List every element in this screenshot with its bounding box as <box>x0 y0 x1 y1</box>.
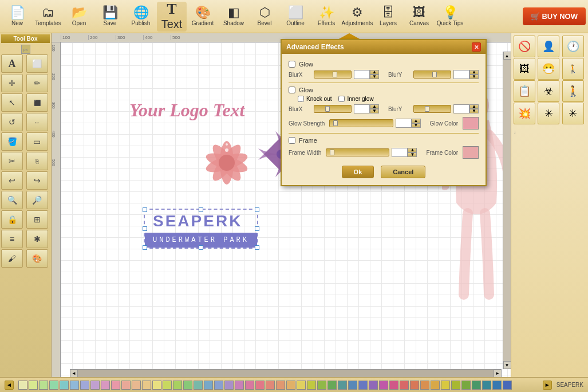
palette-swatch[interactable] <box>80 381 89 390</box>
toolbar-publish[interactable]: 🌐 Publish <box>126 2 156 32</box>
toolbar-shadow[interactable]: ◧ Shadow <box>219 2 248 32</box>
blury-slider-1[interactable] <box>413 70 451 79</box>
glow-strength-slider[interactable] <box>329 119 393 127</box>
palette-swatch[interactable] <box>338 381 347 390</box>
handle-tr[interactable] <box>255 207 259 212</box>
rp-icon-9[interactable]: 🚶 <box>562 80 584 102</box>
handle-mr[interactable] <box>255 226 259 231</box>
palette-swatch[interactable] <box>286 381 295 390</box>
blury-slider-2[interactable] <box>413 105 451 113</box>
palette-swatch[interactable] <box>503 381 512 390</box>
palette-swatch[interactable] <box>60 381 69 390</box>
tool-move[interactable]: ✛ <box>1 74 23 92</box>
blurx-slider-1[interactable] <box>314 70 352 79</box>
frame-checkbox[interactable] <box>289 137 295 144</box>
palette-swatch[interactable] <box>49 381 58 390</box>
tool-brush[interactable]: 🖌 <box>1 249 23 268</box>
scroll-h-track[interactable] <box>78 370 494 378</box>
blury-input-2[interactable]: 5 <box>453 104 469 113</box>
handle-tm[interactable] <box>199 207 203 212</box>
tool-cursor[interactable]: ↖ <box>1 93 23 112</box>
palette-swatch[interactable] <box>163 381 172 390</box>
toolbar-effects[interactable]: ✨ Effects <box>311 2 341 32</box>
rp-icon-7[interactable]: 📋 <box>514 80 535 102</box>
palette-swatch[interactable] <box>29 381 38 390</box>
scroll-left-btn[interactable]: ◄ <box>70 370 78 378</box>
tool-undo[interactable]: ↩ <box>1 171 23 190</box>
palette-swatch[interactable] <box>420 381 429 390</box>
horizontal-scrollbar[interactable]: ◄ ► <box>70 369 502 377</box>
tool-copy[interactable]: ⎘ <box>26 152 48 170</box>
tool-align[interactable]: ≡ <box>1 230 23 248</box>
tool-text[interactable]: A <box>1 54 23 73</box>
toolbar-text[interactable]: T Text <box>157 2 187 32</box>
palette-swatch[interactable] <box>183 381 192 390</box>
rp-icon-3[interactable]: 🕐 <box>562 36 584 57</box>
tool-effects2[interactable]: ✱ <box>26 230 48 248</box>
tool-grid[interactable]: ⊞ <box>26 210 48 229</box>
rp-icon-10[interactable]: 💥 <box>514 103 535 124</box>
tool-pencil[interactable]: ✏ <box>26 74 48 92</box>
palette-swatch[interactable] <box>121 381 131 390</box>
palette-swatch[interactable] <box>214 381 223 390</box>
vertical-scrollbar[interactable]: ▲ ▼ <box>503 52 511 369</box>
rp-icon-5[interactable]: 😷 <box>538 58 559 80</box>
palette-swatch[interactable] <box>204 381 213 390</box>
palette-swatch[interactable] <box>266 381 275 390</box>
blurx-slider-2[interactable] <box>314 105 352 113</box>
tool-flip[interactable]: ↔ <box>26 113 48 131</box>
tool-select[interactable]: ⬜ <box>26 54 48 73</box>
knockout-checkbox[interactable] <box>298 96 304 102</box>
rp-icon-6[interactable]: 🚶 <box>562 58 584 80</box>
palette-swatch[interactable] <box>400 381 409 390</box>
palette-swatch[interactable] <box>492 381 502 390</box>
frame-width-down[interactable]: ▼ <box>408 152 417 157</box>
scroll-down-btn[interactable]: ▼ <box>503 361 511 369</box>
palette-swatch[interactable] <box>461 381 471 390</box>
toolbar-gradient[interactable]: 🎨 Gradient <box>188 2 218 32</box>
palette-swatch[interactable] <box>276 381 285 390</box>
toolbar-new[interactable]: 📄 New <box>2 2 32 32</box>
palette-swatch[interactable] <box>451 381 460 390</box>
tool-zoom-out[interactable]: 🔎 <box>26 191 48 209</box>
glow-checkbox-2[interactable] <box>289 87 295 93</box>
rp-icon-1[interactable]: 🚫 <box>514 36 535 57</box>
inner-glow-checkbox[interactable] <box>338 96 345 102</box>
tool-fill[interactable]: 🪣 <box>1 132 23 151</box>
palette-right-arrow[interactable]: ► <box>543 381 552 390</box>
ok-button[interactable]: Ok <box>342 166 374 178</box>
frame-color-swatch[interactable] <box>463 146 479 159</box>
palette-swatch[interactable] <box>297 381 306 390</box>
palette-swatch[interactable] <box>472 381 481 390</box>
palette-swatch[interactable] <box>90 381 100 390</box>
toolbar-outline[interactable]: ⬜ Outline <box>281 2 310 32</box>
blury-input-1[interactable]: 0 <box>453 70 469 79</box>
toolbar-templates[interactable]: 🗂 Templates <box>33 2 63 32</box>
palette-swatch[interactable] <box>379 381 388 390</box>
glow-checkbox-1[interactable] <box>289 61 295 68</box>
glow-strength-input[interactable]: 0 <box>396 119 412 128</box>
palette-swatch[interactable] <box>70 381 79 390</box>
palette-swatch[interactable] <box>39 381 48 390</box>
toolbar-save[interactable]: 💾 Save <box>95 2 125 32</box>
toolbar-open[interactable]: 📂 Open <box>64 2 94 32</box>
palette-swatch[interactable] <box>152 381 161 390</box>
rp-icon-2[interactable]: 👤 <box>538 36 559 57</box>
rp-icon-11[interactable]: ✳ <box>538 103 559 124</box>
frame-width-input[interactable]: 1 <box>392 148 408 157</box>
palette-swatch[interactable] <box>369 381 378 390</box>
scroll-up-btn[interactable]: ▲ <box>503 52 511 60</box>
tool-redo[interactable]: ↪ <box>26 171 48 190</box>
glow-color-swatch[interactable] <box>463 117 479 130</box>
handle-tl[interactable] <box>143 207 147 212</box>
palette-swatch[interactable] <box>173 381 182 390</box>
palette-swatch[interactable] <box>482 381 491 390</box>
palette-swatch[interactable] <box>255 381 265 390</box>
toolbar-bevel[interactable]: ⬡ Bevel <box>250 2 279 32</box>
palette-swatch[interactable] <box>317 381 326 390</box>
blurx-down-2[interactable]: ▼ <box>370 109 379 113</box>
palette-swatch[interactable] <box>389 381 398 390</box>
tool-shapes[interactable]: ▭ <box>26 132 48 151</box>
tool-colors[interactable]: 🎨 <box>26 249 48 268</box>
cancel-button[interactable]: Cancel <box>381 166 425 178</box>
